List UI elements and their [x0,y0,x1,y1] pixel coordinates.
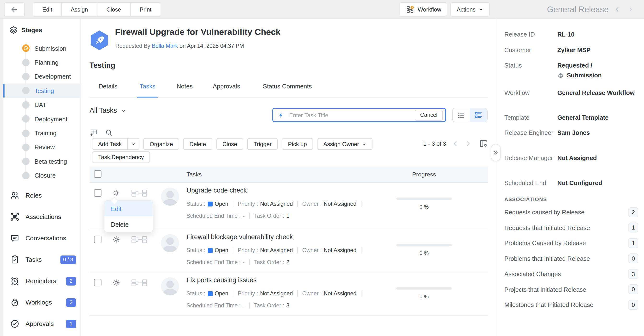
pick-up-button[interactable]: Pick up [282,138,313,150]
add-column-icon[interactable] [90,128,98,137]
next-page-icon[interactable] [463,139,472,148]
association-count-badge: 0 [628,284,638,294]
previous-record-icon[interactable] [613,5,622,14]
stage-item-training[interactable]: Training [3,126,81,140]
sidebar-item-tasks[interactable]: Tasks 0 / 8 [3,249,81,270]
close-button[interactable]: Close [98,3,130,16]
assign-button[interactable]: Assign [62,3,98,16]
gear-icon[interactable] [112,189,121,198]
task-title-input[interactable] [288,111,415,119]
association-row[interactable]: Problems Caused by Release 1 [504,235,638,251]
stage-item-beta-testing[interactable]: Beta testing [3,154,81,169]
close-task-button[interactable]: Close [216,138,243,150]
stage-dot [22,73,30,80]
panel-expand-handle[interactable] [491,144,501,161]
tab-details[interactable]: Details [98,83,117,90]
field-label: Template [504,113,556,123]
stage-item-closure[interactable]: Closure [3,169,81,183]
row-checkbox[interactable] [94,236,102,243]
select-all-checkbox[interactable] [94,171,102,178]
detail-view-icon[interactable] [470,108,487,122]
dependency-icon[interactable] [132,279,147,286]
stage-item-uat[interactable]: UAT [3,98,81,112]
tab-tasks[interactable]: Tasks [140,83,156,90]
sidebar-item-label: Worklogs [26,299,52,306]
stage-dot [22,172,30,179]
edit-button[interactable]: Edit [33,3,62,16]
gear-icon[interactable] [112,278,121,287]
sidebar-item-associations[interactable]: Associations [3,206,81,228]
progress-bar [396,198,452,200]
stage-item-development[interactable]: Development [3,69,81,84]
add-task-button[interactable]: Add Task [92,138,128,150]
dependency-icon[interactable] [132,236,147,243]
stage-item-review[interactable]: Review [3,140,81,154]
field-value: Requested / [558,61,638,70]
cancel-button[interactable]: Cancel [415,110,443,120]
back-button[interactable] [4,3,25,16]
task-title[interactable]: Upgrade code check [186,187,247,194]
task-meta-line1: Status :Open Priority :Not Assigned Owne… [186,290,366,297]
sidebar-item-worklogs[interactable]: Worklogs 2 [3,292,81,313]
current-stage-heading: Testing [90,61,115,70]
requester-link[interactable]: Bella Mark [152,43,178,49]
gear-icon[interactable] [112,235,121,244]
previous-page-icon[interactable] [451,139,460,148]
trigger-button[interactable]: Trigger [248,138,278,150]
sidebar-item-conversations[interactable]: Conversations [3,228,81,249]
chevron-down-icon [121,108,126,113]
print-button[interactable]: Print [130,3,160,16]
tab-notes[interactable]: Notes [176,83,193,90]
context-menu-delete[interactable]: Delete [104,216,153,232]
association-count-badge: 0 [628,254,638,263]
stage-item-deployment[interactable]: Deployment [3,112,81,126]
sidebar-item-roles[interactable]: Roles [3,185,81,206]
next-record-icon[interactable] [626,5,635,14]
task-row-3[interactable]: Fix ports causing issues Status :Open Pr… [90,272,488,315]
task-filter-dropdown[interactable]: All Tasks [90,106,126,115]
stage-dot [22,101,30,109]
association-row[interactable]: Projects that Initiated Release 0 [504,282,638,297]
task-dependency-button[interactable]: Task Dependency [92,151,150,163]
task-title[interactable]: Fix ports causing issues [186,276,256,284]
delete-button[interactable]: Delete [183,138,212,150]
lightning-icon [278,111,284,119]
association-row[interactable]: Requests that Initiated Release 1 [504,220,638,235]
task-row-2[interactable]: Firewall blockage vulnerability check St… [90,229,488,272]
association-row[interactable]: Milestones that Initiated Release 0 [504,297,638,312]
stage-item-testing[interactable]: Testing [3,84,81,98]
search-icon[interactable] [104,128,113,137]
context-menu-edit[interactable]: Edit [104,201,153,216]
list-view-icon[interactable] [452,108,470,122]
record-type-title: General Release [547,5,609,14]
column-settings-icon[interactable] [479,139,488,148]
row-checkbox[interactable] [94,189,102,197]
add-task-dropdown[interactable] [128,138,140,150]
sidebar-item-label: Reminders [26,277,56,285]
sidebar-item-approvals[interactable]: Approvals 1 [3,313,81,334]
organize-button[interactable]: Organize [144,138,179,150]
tab-status-comments[interactable]: Status Comments [263,83,312,90]
sidebar-item-reminders[interactable]: Reminders 2 [3,270,81,292]
workflow-button[interactable]: Workflow [400,3,448,16]
field-value: Zylker MSP [558,45,638,55]
tab-approvals[interactable]: Approvals [213,83,240,90]
stage-item-submission[interactable]: Submission [3,41,81,55]
top-toolbar: Edit Assign Close Print Workflow Actions… [0,0,644,19]
stage-dot [22,59,30,66]
dependency-icon[interactable] [132,190,147,197]
tasks-icon [10,255,20,265]
task-title[interactable]: Firewall blockage vulnerability check [186,233,293,241]
actions-button[interactable]: Actions [450,3,490,16]
assign-owner-button[interactable]: Assign Owner [317,138,373,150]
association-row[interactable]: Associated Changes 3 [504,266,638,281]
sidebar-item-label: Roles [26,192,42,199]
stage-item-planning[interactable]: Planning [3,55,81,69]
association-row[interactable]: Requests caused by Release 2 [504,205,638,220]
row-checkbox[interactable] [94,279,102,286]
association-row[interactable]: Problems that Initiated Release 0 [504,251,638,266]
record-actions-group: Edit Assign Close Print [33,3,161,16]
stage-label: Closure [34,172,56,179]
stage-current-clock-icon [22,45,30,52]
requested-line: Requested By Bella Mark on Apr 14, 2025 … [116,43,244,49]
